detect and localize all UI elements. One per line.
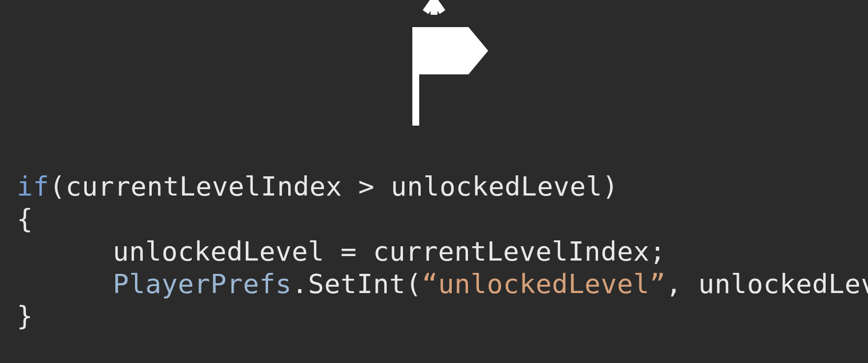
code-text: (currentLevelIndex > unlockedLevel): [49, 171, 618, 202]
code-text: .SetInt(: [292, 268, 422, 299]
code-line-2: {: [17, 203, 33, 234]
svg-rect-3: [412, 27, 419, 126]
code-snippet: if(currentLevelIndex > unlockedLevel) { …: [17, 138, 868, 363]
code-text: unlockedLevel = currentLevelIndex;: [113, 236, 666, 267]
keyword-if: if: [17, 171, 49, 202]
code-text: , unlockedLevel);: [666, 268, 868, 299]
code-line-4: PlayerPrefs.SetInt(“unlockedLevel”, unlo…: [17, 268, 868, 299]
type-playerprefs: PlayerPrefs: [113, 268, 292, 299]
presentation-slide: if(currentLevelIndex > unlockedLevel) { …: [0, 0, 868, 363]
string-literal: “unlockedLevel”: [422, 268, 666, 299]
code-line-3: unlockedLevel = currentLevelIndex;: [17, 236, 666, 267]
flag-icon: [370, 0, 498, 128]
code-line-5: }: [17, 300, 33, 331]
code-line-1: if(currentLevelIndex > unlockedLevel): [17, 171, 618, 202]
flag-icon-svg: [370, 0, 498, 128]
